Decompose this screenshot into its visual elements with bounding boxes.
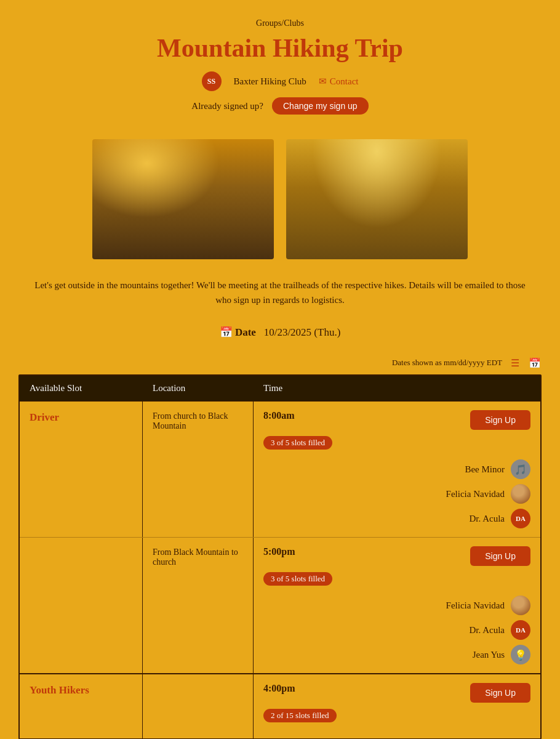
date-section: 📅 Date 10/23/2025 (Thu.): [0, 320, 560, 351]
signup-button-youth[interactable]: Sign Up: [470, 683, 530, 703]
envelope-icon: ✉: [319, 76, 327, 87]
location-cell-youth: [143, 674, 254, 738]
date-value: 10/23/2025 (Thu.): [264, 326, 341, 338]
club-name: Baxter Hiking Club: [234, 76, 306, 87]
avatar-felicia1: [511, 484, 530, 504]
table-row: Driver From church to Black Mountain 8:0…: [20, 401, 540, 537]
signup-person: Dr. Acula DA: [470, 620, 531, 640]
signup-button-2[interactable]: Sign Up: [470, 546, 530, 566]
person-name-jean: Jean Yus: [473, 650, 505, 660]
signup-person: Felicia Navidad: [446, 484, 530, 504]
avatar-dracula1: DA: [511, 509, 530, 528]
person-name-dracula1: Dr. Acula: [470, 514, 505, 524]
slots-badge-2: 3 of 5 slots filled: [263, 572, 332, 586]
signups-list-2: Felicia Navidad Dr. Acula DA Jean Yus 💡: [263, 596, 530, 664]
role-cell-driver-empty: [20, 538, 143, 673]
role-label-youth: Youth Hikers: [30, 684, 132, 697]
toolbar: Dates shown as mm/dd/yyyy EDT ☰ 📅: [0, 351, 560, 374]
signup-person: Felicia Navidad: [446, 596, 530, 615]
description-text: Let's get outside in the mountains toget…: [0, 272, 560, 320]
col-header-time: Time: [263, 383, 530, 394]
calendar-view-icon[interactable]: 📅: [528, 356, 542, 370]
list-view-icon[interactable]: ☰: [508, 356, 522, 370]
table-header: Available Slot Location Time: [20, 376, 540, 401]
table-row: Youth Hikers 4:00pm Sign Up 2 of 15 slot…: [20, 673, 540, 738]
person-name-felicia1: Felicia Navidad: [446, 489, 505, 499]
slot-cell-youth: 4:00pm Sign Up 2 of 15 slots filled: [254, 674, 540, 738]
contact-label: Contact: [330, 76, 359, 87]
page-title: Mountain Hiking Trip: [12, 33, 548, 63]
role-cell-youth: Youth Hikers: [20, 674, 143, 738]
breadcrumb: Groups/Clubs: [12, 18, 548, 28]
col-header-location: Location: [153, 383, 263, 394]
person-name-dracula2: Dr. Acula: [470, 625, 505, 636]
avatar-jean: 💡: [511, 645, 530, 664]
time-youth: 4:00pm: [263, 683, 295, 694]
signup-person: Jean Yus 💡: [473, 645, 530, 664]
slot-cell-2: 5:00pm Sign Up 3 of 5 slots filled Felic…: [254, 538, 540, 673]
time-1: 8:00am: [263, 410, 295, 421]
slot-cell-1: 8:00am Sign Up 3 of 5 slots filled Bee M…: [254, 402, 540, 537]
club-avatar: SS: [202, 71, 222, 91]
change-signup-button[interactable]: Change my sign up: [272, 97, 369, 115]
table-row: From Black Mountain to church 5:00pm Sig…: [20, 537, 540, 673]
avatar-bee: 🎵: [511, 459, 530, 479]
location-cell-2: From Black Mountain to church: [143, 538, 254, 673]
calendar-icon: 📅: [220, 326, 233, 338]
location-cell-1: From church to Black Mountain: [143, 402, 254, 537]
role-label-driver: Driver: [30, 411, 132, 424]
signup-button-1[interactable]: Sign Up: [470, 410, 530, 430]
photo-2: [286, 139, 468, 259]
date-label: Date: [235, 326, 256, 338]
avatar-dracula2: DA: [511, 620, 530, 640]
person-name-bee: Bee Minor: [465, 464, 505, 475]
photo-gallery: [0, 133, 560, 272]
slots-badge-1: 3 of 5 slots filled: [263, 436, 332, 450]
signup-table: Available Slot Location Time Driver From…: [18, 374, 542, 739]
contact-link[interactable]: ✉ Contact: [319, 76, 359, 87]
photo-1: [92, 139, 274, 259]
signup-person: Dr. Acula DA: [470, 509, 531, 528]
slots-badge-youth: 2 of 15 slots filled: [263, 709, 337, 722]
dates-note: Dates shown as mm/dd/yyyy EDT: [392, 358, 502, 368]
role-cell-driver: Driver: [20, 402, 143, 537]
already-signed-up-text: Already signed up?: [191, 101, 263, 111]
signups-list-1: Bee Minor 🎵 Felicia Navidad Dr. Acula DA: [263, 459, 530, 528]
signup-person: Bee Minor 🎵: [465, 459, 530, 479]
avatar-felicia2: [511, 596, 530, 615]
col-header-slot: Available Slot: [30, 383, 153, 394]
time-2: 5:00pm: [263, 546, 295, 557]
person-name-felicia2: Felicia Navidad: [446, 600, 505, 611]
